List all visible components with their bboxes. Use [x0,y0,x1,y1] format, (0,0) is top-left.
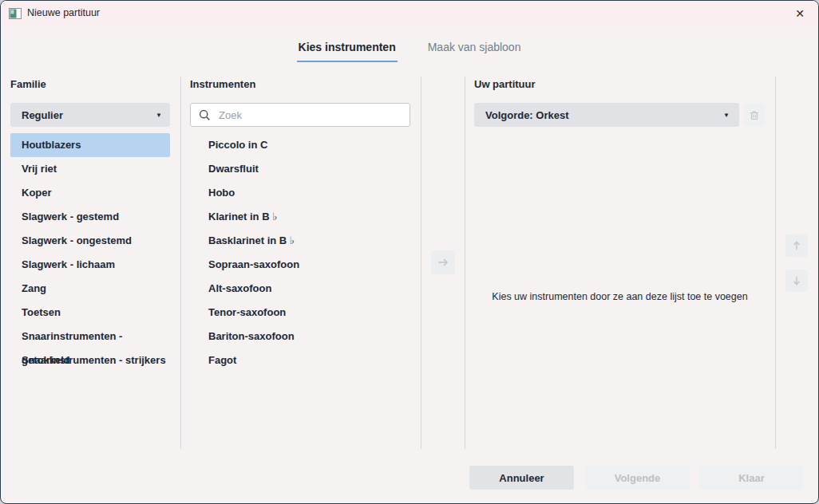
instrument-list-item[interactable]: Basklarinet in B ♭ [190,229,410,253]
close-icon[interactable]: ✕ [788,4,812,23]
family-panel-title: Familie [10,78,46,90]
search-icon [199,109,211,121]
add-instrument-button[interactable] [431,250,455,274]
score-panel-title: Uw partituur [474,78,536,90]
chevron-down-icon: ▼ [723,112,730,119]
empty-score-hint: Kies uw instrumenten door ze aan deze li… [474,291,766,302]
family-list-item[interactable]: Houtblazers [10,133,170,157]
instruments-panel-title: Instrumenten [190,78,255,90]
instrument-list-item[interactable]: Dwarsfluit [190,157,410,181]
family-list-item[interactable]: Koper [10,181,170,205]
family-list-item[interactable]: Toetsen [10,301,170,325]
order-dropdown[interactable]: Volgorde: Orkest ▼ [474,103,739,127]
family-list-item[interactable]: Snaarinstrumenten - getokkeld [10,325,170,348]
done-button[interactable]: Klaar [699,466,804,490]
genre-dropdown[interactable]: Regulier ▼ [10,103,170,127]
family-list-item[interactable]: Slagwerk - gestemd [10,205,170,229]
trash-icon [749,109,760,120]
divider [465,77,465,449]
instrument-list-item[interactable]: Fagot [190,348,410,372]
search-box [190,103,410,127]
family-list-item[interactable]: Snaarinstrumenten - strijkers [10,348,170,372]
order-dropdown-value: Volgorde: Orkest [485,109,723,121]
delete-instrument-button[interactable] [743,104,766,126]
new-score-dialog: Nieuwe partituur ✕ Kies instrumenten Maa… [0,0,819,504]
family-list-item[interactable]: Slagwerk - lichaam [10,253,170,277]
tab-from-template[interactable]: Maak van sjabloon [426,39,523,62]
family-list: HoutblazersVrij rietKoperSlagwerk - gest… [10,133,170,372]
cancel-button[interactable]: Annuleer [469,466,574,490]
arrow-right-icon [437,256,449,269]
instrument-list-item[interactable]: Bariton-saxofoon [190,325,410,348]
divider [421,77,421,449]
arrow-down-icon [791,275,802,286]
instrument-list-item[interactable]: Alt-saxofoon [190,277,410,301]
instrument-list-item[interactable]: Klarinet in B ♭ [190,205,410,229]
tab-choose-instruments[interactable]: Kies instrumenten [297,39,398,62]
arrow-up-icon [791,240,802,251]
instrument-list-item[interactable]: Tenor-saxofoon [190,301,410,325]
tab-bar: Kies instrumenten Maak van sjabloon [1,39,818,62]
genre-dropdown-value: Regulier [22,109,156,121]
instrument-list-item[interactable]: Sopraan-saxofoon [190,253,410,277]
move-down-button[interactable] [785,270,808,292]
title-bar: Nieuwe partituur ✕ [1,1,818,26]
app-icon [9,7,22,20]
family-list-item[interactable]: Slagwerk - ongestemd [10,229,170,253]
move-up-button[interactable] [785,234,808,257]
instrument-list-item[interactable]: Piccolo in C [190,133,410,157]
search-input[interactable] [217,108,403,122]
next-button[interactable]: Volgende [585,466,690,490]
divider [775,77,776,449]
instrument-list: Piccolo in CDwarsfluitHoboKlarinet in B … [190,133,410,372]
window-title: Nieuwe partituur [27,7,100,18]
chevron-down-icon: ▼ [156,112,162,119]
family-list-item[interactable]: Zang [10,277,170,301]
divider [180,77,181,449]
family-list-item[interactable]: Vrij riet [10,157,170,181]
instrument-list-item[interactable]: Hobo [190,181,410,205]
